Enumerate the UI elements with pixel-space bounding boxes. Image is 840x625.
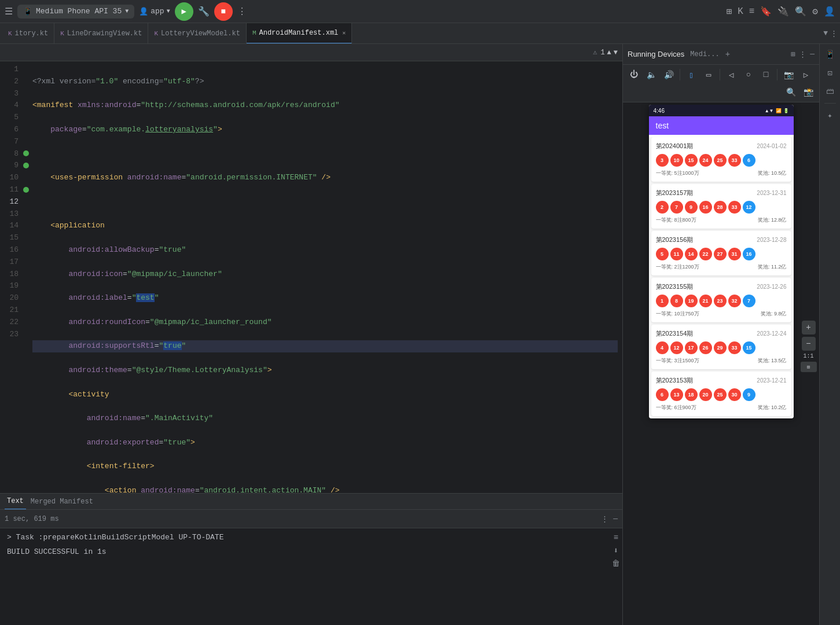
ball-6-6: 30 <box>728 388 741 401</box>
ball-6-5: 25 <box>714 388 727 401</box>
database-icon[interactable]: 🗃 <box>822 83 838 100</box>
zoom-in-button[interactable]: + <box>802 321 816 334</box>
clear-icon[interactable]: 🗑 <box>612 559 620 568</box>
power-icon[interactable]: ⏻ <box>626 67 641 82</box>
breakpoint-9[interactable] <box>23 163 29 168</box>
rph-minimize-icon[interactable]: — <box>810 50 815 58</box>
breakpoint-8[interactable] <box>23 150 29 156</box>
layout-inspector-icon[interactable]: ⊡ <box>822 65 838 81</box>
ln-20: 20 <box>5 292 19 304</box>
device-manager-icon[interactable]: 📱 <box>822 46 838 62</box>
ball-6-2: 13 <box>670 388 683 401</box>
bp-more-icon[interactable]: ⋮ <box>601 514 608 524</box>
rph-more-icon[interactable]: ⋮ <box>799 50 806 59</box>
filter-icon[interactable]: ≡ <box>614 533 618 542</box>
more-actions-icon[interactable]: ⋮ <box>237 6 247 17</box>
rotate-landscape-icon[interactable]: ▭ <box>701 67 716 82</box>
add-tab-icon[interactable]: + <box>725 50 730 59</box>
code-editor[interactable]: 1 2 3 4 5 6 7 8 9 10 11 12 13 14 15 16 1 <box>0 61 622 509</box>
phone-icon: 📱 <box>23 7 32 16</box>
lottery-header-2: 第2023157期 2023-12-31 <box>656 189 787 197</box>
warnings-icon[interactable]: ⚠ <box>593 48 597 57</box>
ball-2-blue: 12 <box>743 201 755 214</box>
scroll-up-icon[interactable]: ▲ <box>607 49 611 57</box>
back-icon[interactable]: ◁ <box>724 67 739 82</box>
menu-icon[interactable]: ☰ <box>5 6 13 17</box>
ball-5-3: 17 <box>685 341 698 354</box>
terminal-area: > Task :prepareKotlinBuildScriptModel UP… <box>0 528 622 625</box>
tab-linedrawing-label: LineDrawingView.kt <box>67 30 142 38</box>
tab-history-label: itory.kt <box>15 30 49 38</box>
search-icon[interactable]: 🔍 <box>795 6 806 17</box>
app-selector[interactable]: 👤 app ▼ <box>139 7 170 16</box>
bookmark-icon[interactable]: 🔖 <box>760 6 772 17</box>
tab-linedrawing[interactable]: K LineDrawingView.kt <box>54 23 148 44</box>
ln-4: 4 <box>5 100 19 112</box>
tile-icon[interactable]: ⊞ <box>791 50 795 59</box>
phone-emulator[interactable]: 4:46 ▲▼ 📶 🔋 test <box>623 102 819 625</box>
camera-icon[interactable]: 📸 <box>801 84 816 100</box>
kotlin-icon[interactable]: K <box>738 6 743 17</box>
code-content[interactable]: <?xml version="1.0" encoding="utf-8"?> <… <box>32 64 622 491</box>
line-numbers: 1 2 3 4 5 6 7 8 9 10 11 12 13 14 15 16 1 <box>0 64 23 491</box>
scroll-end-icon[interactable]: ⬇ <box>614 546 618 556</box>
ball-4-3: 19 <box>685 295 698 307</box>
more-dt-icon[interactable]: ▷ <box>798 67 813 82</box>
person-icon: 👤 <box>139 7 148 16</box>
terminal-content: > Task :prepareKotlinBuildScriptModel UP… <box>0 528 610 625</box>
ln-5: 5 <box>5 112 19 124</box>
structure-icon[interactable]: ≡ <box>749 6 755 17</box>
scroll-down-icon[interactable]: ▼ <box>614 49 618 57</box>
battery-icon: 🔋 <box>783 108 789 113</box>
profile-icon[interactable]: 👤 <box>824 6 835 17</box>
ln-17: 17 <box>5 256 19 269</box>
zoom-label: 1:1 <box>803 353 813 359</box>
run-button[interactable]: ▶ <box>175 2 193 21</box>
plugin-icon[interactable]: 🔌 <box>777 6 789 17</box>
tab-manifest[interactable]: M AndroidManifest.xml ✕ <box>247 23 352 44</box>
tab-more-icon[interactable]: ⋮ <box>830 29 838 38</box>
code-line-4 <box>32 148 618 160</box>
screenshot-icon[interactable]: 📷 <box>781 67 796 82</box>
lottery-header-1: 第2024001期 2024-01-02 <box>656 142 787 150</box>
breakpoint-11[interactable] <box>23 187 29 193</box>
build-icon[interactable]: 🔧 <box>198 6 210 17</box>
tab-close-icon[interactable]: ✕ <box>342 30 346 36</box>
overview-icon[interactable]: □ <box>758 67 773 82</box>
result-text: BUILD SUCCESSFUL in 1s <box>7 547 107 556</box>
volume-down-icon[interactable]: 🔈 <box>644 67 659 82</box>
ball-4-2: 8 <box>670 295 683 307</box>
scroll-count: 1 <box>600 49 604 57</box>
phone-status-icons: ▲▼ 📶 🔋 <box>765 108 789 113</box>
lottery-date-3: 2023-12-28 <box>757 237 786 243</box>
app-dropdown-icon: ▼ <box>167 8 170 14</box>
ball-2-2: 7 <box>670 201 683 214</box>
device-selector[interactable]: 📱 Medium Phone API 35 ▼ <box>17 5 134 19</box>
tab-text[interactable]: Text <box>5 494 26 510</box>
lottery-footer-3: 一等奖: 2注1200万 奖池: 11.2亿 <box>656 263 787 271</box>
code-area[interactable]: 1 2 3 4 5 6 7 8 9 10 11 12 13 14 15 16 1 <box>0 61 622 493</box>
stop-button[interactable]: ■ <box>214 2 233 21</box>
lottery-item-4: 第2023155期 2023-12-26 1 8 19 21 23 32 7 <box>651 278 791 322</box>
tab-lotteryvm[interactable]: K LotteryViewModel.kt <box>148 23 246 44</box>
home-icon[interactable]: ○ <box>741 67 756 82</box>
tab-dropdown-icon[interactable]: ▼ <box>823 29 828 38</box>
fit-button[interactable]: ⊞ <box>801 362 817 372</box>
tab-history[interactable]: K itory.kt <box>2 23 54 44</box>
rph-icons: ⊞ ⋮ — <box>791 50 815 59</box>
lottery-balls-5: 4 12 17 26 29 33 15 <box>656 341 787 354</box>
volume-up-icon[interactable]: 🔊 <box>661 67 676 82</box>
inspect-icon[interactable]: 🔍 <box>783 84 798 100</box>
star-icon[interactable]: ✦ <box>822 107 838 123</box>
settings-icon[interactable]: ⚙ <box>812 6 818 17</box>
tab-merged-manifest[interactable]: Merged Manifest <box>31 498 93 506</box>
running-devices-tab2[interactable]: Medi... <box>688 50 721 58</box>
bp-close-icon[interactable]: — <box>613 514 618 523</box>
ris-divider-1 <box>824 103 836 104</box>
source-control-icon[interactable]: ⊞ <box>727 6 732 17</box>
phone-screen[interactable]: 4:46 ▲▼ 📶 🔋 test <box>649 105 794 418</box>
lottery-balls-4: 1 8 19 21 23 32 7 <box>656 295 787 307</box>
zoom-out-button[interactable]: − <box>802 337 816 351</box>
device-toolbar: ⏻ 🔈 🔊 ▯ ▭ ◁ ○ □ 📷 ▷ 🔍 📸 <box>623 65 819 102</box>
rotate-portrait-icon[interactable]: ▯ <box>684 67 699 82</box>
